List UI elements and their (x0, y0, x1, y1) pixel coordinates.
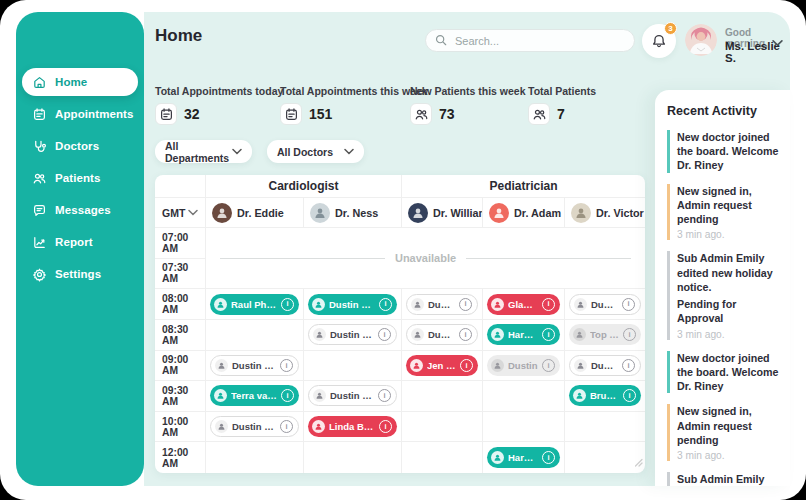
schedule-cell[interactable] (402, 412, 483, 443)
schedule-cell[interactable]: Bruce P.i (565, 381, 645, 412)
appointment-chip[interactable]: Dustini (569, 294, 641, 315)
filter-label: All Departments (165, 140, 232, 164)
info-icon[interactable]: i (459, 328, 472, 341)
schedule-cell[interactable]: Dustin baileyi (206, 412, 304, 443)
appointment-patient-name: Raul Philips (231, 299, 277, 310)
activity-item[interactable]: Sub Admin Emily edited new holiday notic… (667, 472, 780, 486)
info-icon[interactable]: i (542, 298, 555, 311)
activity-item[interactable]: New doctor joined the board. Welcome Dr.… (667, 351, 780, 394)
appointment-chip[interactable]: Dustini (569, 355, 641, 376)
schedule-cell[interactable]: Dustin baileyi (304, 320, 402, 351)
appointment-chip[interactable]: Gladys...i (487, 294, 560, 315)
schedule-cell[interactable]: Dustini (402, 320, 483, 351)
appointment-chip[interactable]: Harold...i (487, 324, 560, 345)
patient-icon (574, 359, 587, 372)
info-icon[interactable]: i (542, 451, 555, 464)
sidebar-item-patients[interactable]: Patients (22, 164, 138, 192)
appointment-chip[interactable]: Harold...i (487, 447, 560, 468)
gmt-label: GMT (162, 207, 185, 219)
info-icon[interactable]: i (280, 420, 293, 433)
sidebar-item-messages[interactable]: Messages (22, 196, 138, 224)
patient-icon (574, 298, 587, 311)
info-icon[interactable]: i (542, 328, 555, 341)
info-icon[interactable]: i (379, 298, 392, 311)
schedule-cell[interactable]: Dustin baileyi (304, 381, 402, 412)
schedule-cell[interactable] (206, 442, 304, 473)
schedule-cell[interactable] (402, 381, 483, 412)
info-icon[interactable]: i (378, 328, 391, 341)
activity-item[interactable]: New doctor joined the board. Welcome Dr.… (667, 130, 780, 173)
appointment-chip[interactable]: Bruce P.i (569, 385, 641, 406)
user-avatar[interactable] (685, 24, 717, 56)
sidebar-item-label: Doctors (55, 140, 99, 152)
resize-handle-icon[interactable] (634, 453, 643, 471)
info-icon[interactable]: i (623, 328, 636, 341)
schedule-cell[interactable]: Top Wal...i (565, 320, 645, 351)
schedule-cell[interactable]: Dustini (565, 351, 645, 382)
appointment-chip[interactable]: Dustini (406, 294, 478, 315)
info-icon[interactable]: i (622, 359, 635, 372)
appointment-chip[interactable]: Dustini (406, 324, 478, 345)
time-label: 10:00 AM (155, 412, 206, 443)
sidebar-item-report[interactable]: Report (22, 228, 138, 256)
schedule-cell[interactable]: Terra vankle...i (206, 381, 304, 412)
appointment-chip[interactable]: Dustin baileyi (308, 294, 397, 315)
stat-card: Total Patients7 (528, 85, 596, 125)
appointment-chip[interactable]: Jen Mat...i (406, 355, 478, 376)
sidebar-item-appointments[interactable]: Appointments (22, 100, 138, 128)
info-icon[interactable]: i (281, 389, 294, 402)
schedule-cell[interactable] (304, 442, 402, 473)
filter-dropdown-all-departments[interactable]: All Departments (155, 140, 252, 163)
schedule-cell[interactable]: Dustini (483, 351, 565, 382)
filter-dropdown-all-doctors[interactable]: All Doctors (267, 140, 364, 163)
appointment-chip[interactable]: Dustin baileyi (308, 324, 397, 345)
schedule-cell[interactable]: Gladys...i (483, 289, 565, 320)
appointment-chip[interactable]: Dustin baileyi (308, 385, 397, 406)
appointment-chip[interactable]: Linda Bondi (308, 416, 397, 437)
schedule-cell[interactable]: Jen Mat...i (402, 351, 483, 382)
schedule-cell[interactable]: Harold...i (483, 442, 565, 473)
sidebar-item-home[interactable]: Home (22, 68, 138, 96)
info-icon[interactable]: i (623, 389, 636, 402)
appointment-chip[interactable]: Terra vankle...i (210, 385, 299, 406)
notification-button[interactable]: 3 (642, 24, 676, 58)
search-bar[interactable] (425, 29, 635, 52)
activity-item[interactable]: New signed in, Admin request pending3 mi… (667, 404, 780, 461)
activity-item[interactable]: New signed in, Admin request pending3 mi… (667, 184, 780, 241)
appointment-patient-name: Harold... (508, 452, 538, 463)
appointment-chip[interactable]: Dustin baileyi (210, 416, 299, 437)
info-icon[interactable]: i (460, 359, 473, 372)
gmt-dropdown[interactable]: GMT (155, 198, 206, 228)
schedule-cell[interactable]: Raul Philipsi (206, 289, 304, 320)
appointment-chip[interactable]: Dustin baileyi (210, 355, 299, 376)
schedule-cell[interactable]: Dustin baileyi (304, 289, 402, 320)
appointment-chip[interactable]: Top Wal...i (569, 324, 641, 345)
info-icon[interactable]: i (281, 298, 294, 311)
schedule-cell[interactable] (483, 412, 565, 443)
activity-item[interactable]: Sub Admin Emily edited new holiday notic… (667, 251, 780, 339)
schedule-cell[interactable]: Dustini (565, 289, 645, 320)
info-icon[interactable]: i (542, 359, 555, 372)
info-icon[interactable]: i (622, 298, 635, 311)
schedule-cell[interactable]: Dustin baileyi (206, 351, 304, 382)
schedule-cell[interactable] (402, 442, 483, 473)
schedule-cell[interactable]: Harold...i (483, 320, 565, 351)
search-input[interactable] (453, 34, 625, 48)
sidebar-item-settings[interactable]: Settings (22, 260, 138, 288)
info-icon[interactable]: i (280, 359, 293, 372)
info-icon[interactable]: i (378, 389, 391, 402)
info-icon[interactable]: i (379, 420, 392, 433)
schedule-cell[interactable] (483, 381, 565, 412)
schedule-cell[interactable] (206, 320, 304, 351)
schedule-cell[interactable] (304, 351, 402, 382)
schedule-cell[interactable]: Linda Bondi (304, 412, 402, 443)
profile-chevron-down-icon[interactable] (772, 33, 783, 51)
schedule-cell[interactable]: Dustini (402, 289, 483, 320)
schedule-cell[interactable] (565, 412, 645, 443)
sidebar-item-doctors[interactable]: Doctors (22, 132, 138, 160)
info-icon[interactable]: i (459, 298, 472, 311)
stat-label: New Patients this week (410, 85, 526, 97)
appointment-chip[interactable]: Dustini (487, 355, 560, 376)
appointment-chip[interactable]: Raul Philipsi (210, 294, 299, 315)
schedule-cell[interactable] (565, 442, 645, 473)
